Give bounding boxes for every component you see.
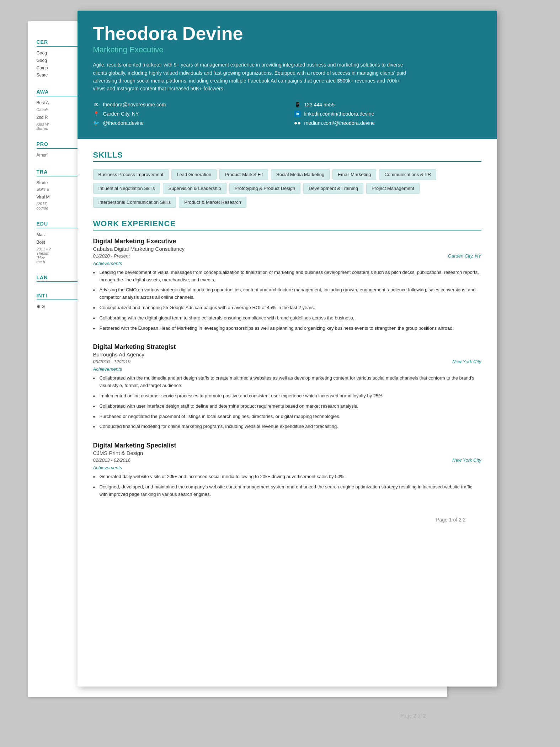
candidate-name: Theodora Devine xyxy=(93,23,481,44)
skill-tag: Social Media Marketing xyxy=(271,169,330,180)
twitter-value: @theodora.devine xyxy=(103,120,144,126)
skill-tag: Interpersonal Communication Skills xyxy=(93,197,176,208)
skill-tag: Product-Market Fit xyxy=(219,169,268,180)
contact-location: 📍 Garden City, NY xyxy=(93,111,280,117)
work-experience-section: WORK EXPERIENCE Digital Marketing Execut… xyxy=(93,219,481,498)
skill-tag: Lead Generation xyxy=(171,169,217,180)
resume-header: Theodora Devine Marketing Executive Agil… xyxy=(78,11,497,139)
skills-title: SKILLS xyxy=(93,150,481,162)
job-title-1: Digital Marketing Executive xyxy=(93,238,481,245)
job-bullet: Conceptualized and managing 25 Google Ad… xyxy=(93,304,481,312)
job-bullets-3: Generated daily website visits of 20k+ a… xyxy=(93,473,481,498)
job-bullet: Partnered with the European Head of Mark… xyxy=(93,325,481,332)
page-total-text: 2 xyxy=(463,517,466,523)
contact-email: ✉ theodora@novoresume.com xyxy=(93,101,280,108)
job-entry-2: Digital Marketing Strategist Burroughs A… xyxy=(93,343,481,430)
email-icon: ✉ xyxy=(93,101,100,108)
candidate-title: Marketing Executive xyxy=(93,45,481,54)
skills-grid: Business Process Improvement Lead Genera… xyxy=(93,169,481,208)
job-meta-2: 03/2016 - 12/2019 New York City xyxy=(93,359,481,364)
job-company-2: Burroughs Ad Agency xyxy=(93,351,481,357)
skill-tag: Business Process Improvement xyxy=(93,169,169,180)
contact-phone: 📱 123 444 5555 xyxy=(294,101,481,108)
job-title-2: Digital Marketing Strategist xyxy=(93,343,481,351)
page-number: Page 1 of 2 2 xyxy=(93,510,481,530)
linkedin-icon: in xyxy=(294,111,301,117)
skill-tag: Influential Negotiation Skills xyxy=(93,183,160,194)
job-bullet: Designed, developed, and maintained the … xyxy=(93,483,481,498)
job-bullet: Collaborated with user interface design … xyxy=(93,403,481,410)
medium-icon: ●● xyxy=(294,120,301,126)
phone-icon: 📱 xyxy=(294,101,301,108)
contact-linkedin: in linkedin.com/in/theodora.devine xyxy=(294,111,481,117)
skills-section: SKILLS Business Process Improvement Lead… xyxy=(93,150,481,208)
location-value: Garden City, NY xyxy=(103,111,139,117)
job-bullet: Collaborated with the multimedia and art… xyxy=(93,375,481,390)
skill-tag: Supervision & Leadership xyxy=(163,183,226,194)
skill-tag: Product & Market Research xyxy=(179,197,246,208)
email-value: theodora@novoresume.com xyxy=(103,102,166,107)
skill-tag: Prototyping & Product Design xyxy=(229,183,301,194)
job-bullet: Leading the development of visual messag… xyxy=(93,269,481,284)
job-bullet: Collaborating with the digital global te… xyxy=(93,314,481,322)
job-bullets-2: Collaborated with the multimedia and art… xyxy=(93,375,481,430)
job-bullet: Implemented online customer service proc… xyxy=(93,392,481,400)
job-location-1: Garden City, NY xyxy=(448,253,481,259)
job-location-3: New York City xyxy=(452,457,481,463)
job-dates-3: 02/2013 - 02/2016 xyxy=(93,457,131,463)
job-company-3: CJMS Print & Design xyxy=(93,450,481,456)
job-dates-2: 03/2016 - 12/2019 xyxy=(93,359,131,364)
medium-value: medium.com/@theodora.devine xyxy=(304,120,375,126)
twitter-icon: 🐦 xyxy=(93,120,100,126)
contact-twitter: 🐦 @theodora.devine xyxy=(93,120,280,126)
skill-tag: Email Marketing xyxy=(332,169,376,180)
job-bullet: Generated daily website visits of 20k+ a… xyxy=(93,473,481,481)
page-2-number: Page 2 of 2 xyxy=(400,713,426,719)
job-dates-1: 01/2020 - Present xyxy=(93,253,130,259)
skill-tag: Communications & PR xyxy=(379,169,436,180)
job-entry-3: Digital Marketing Specialist CJMS Print … xyxy=(93,442,481,498)
job-entry-1: Digital Marketing Executive Cabalsa Digi… xyxy=(93,238,481,332)
job-achievements-label-1: Achievements xyxy=(93,261,481,266)
work-title: WORK EXPERIENCE xyxy=(93,219,481,231)
job-location-2: New York City xyxy=(452,359,481,364)
skill-tag: Project Management xyxy=(366,183,420,194)
candidate-summary: Agile, results-oriented marketer with 9+… xyxy=(93,61,413,93)
job-achievements-label-3: Achievements xyxy=(93,465,481,470)
job-bullet: Advising the CMO on various strategic di… xyxy=(93,286,481,301)
job-bullets-1: Leading the development of visual messag… xyxy=(93,269,481,332)
main-page: Theodora Devine Marketing Executive Agil… xyxy=(78,11,497,687)
contact-medium: ●● medium.com/@theodora.devine xyxy=(294,120,481,126)
job-achievements-label-2: Achievements xyxy=(93,366,481,372)
job-meta-3: 02/2013 - 02/2016 New York City xyxy=(93,457,481,463)
linkedin-value: linkedin.com/in/theodora.devine xyxy=(304,111,374,117)
skill-tag: Development & Training xyxy=(303,183,363,194)
location-icon: 📍 xyxy=(93,111,100,117)
phone-value: 123 444 5555 xyxy=(304,102,335,107)
page-number-text: Page 1 of 2 xyxy=(436,517,462,523)
job-title-3: Digital Marketing Specialist xyxy=(93,442,481,449)
job-meta-1: 01/2020 - Present Garden City, NY xyxy=(93,253,481,259)
contact-grid: ✉ theodora@novoresume.com 📱 123 444 5555… xyxy=(93,101,481,126)
job-bullet: Conducted financial modeling for online … xyxy=(93,423,481,430)
job-bullet: Purchased or negotiated the placement of… xyxy=(93,413,481,420)
main-content: SKILLS Business Process Improvement Lead… xyxy=(78,139,497,541)
job-company-1: Cabalsa Digital Marketing Consultancy xyxy=(93,246,481,252)
